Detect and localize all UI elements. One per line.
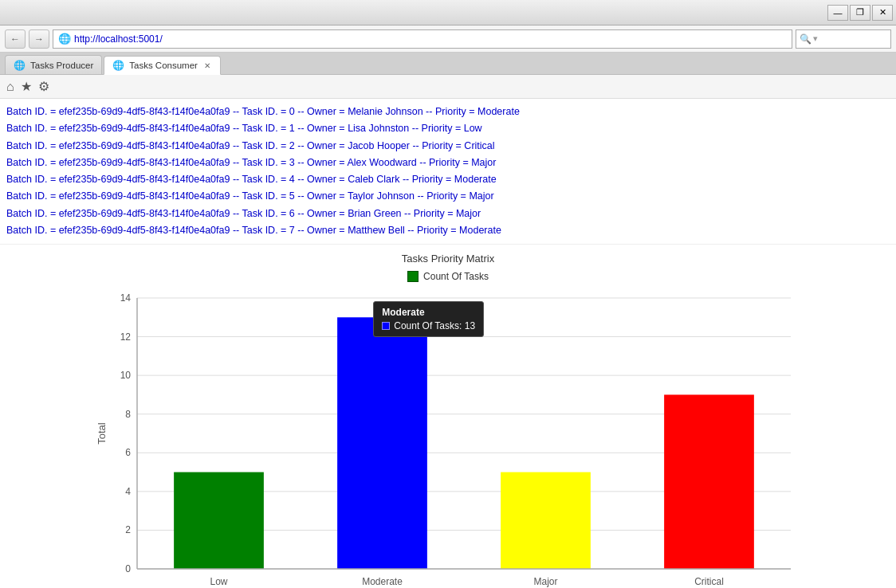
tab-consumer-icon: 🌐 (112, 60, 124, 71)
chart-svg: 02468101214TotalPriorityLowModerateMajor… (89, 290, 807, 588)
tab-producer-label: Tasks Producer (30, 61, 93, 70)
content-area: Batch ID. = efef235b-69d9-4df5-8f43-f14f… (0, 99, 896, 588)
title-bar: — ❐ ✕ (0, 0, 896, 25)
task-line: Batch ID. = efef235b-69d9-4df5-8f43-f14f… (6, 138, 890, 155)
svg-text:2: 2 (125, 524, 131, 535)
tab-producer-icon: 🌐 (14, 60, 26, 71)
chart-legend: Count Of Tasks (407, 271, 489, 282)
bar-critical[interactable] (664, 394, 754, 569)
svg-text:Total: Total (96, 422, 108, 445)
chart-title: Tasks Priority Matrix (402, 253, 494, 265)
home-icon[interactable]: ⌂ (6, 80, 14, 94)
tabs-bar: 🌐 Tasks Producer 🌐 Tasks Consumer ✕ (0, 53, 896, 75)
svg-text:Major: Major (533, 576, 557, 587)
forward-button[interactable]: → (29, 29, 49, 49)
bar-moderate[interactable] (337, 317, 427, 569)
chart-area: 02468101214TotalPriorityLowModerateMajor… (89, 290, 807, 588)
chart-container: Tasks Priority Matrix Count Of Tasks 024… (0, 244, 896, 588)
address-icon: 🌐 (58, 33, 71, 45)
svg-text:14: 14 (120, 292, 132, 304)
back-button[interactable]: ← (5, 29, 26, 49)
address-bar: ← → 🌐 http://localhost:5001/ 🔍 ▾ (0, 25, 896, 53)
settings-icon[interactable]: ⚙ (38, 79, 49, 94)
svg-text:Low: Low (210, 576, 227, 587)
close-button[interactable]: ✕ (872, 5, 893, 21)
legend-color-box (407, 271, 419, 282)
tab-consumer[interactable]: 🌐 Tasks Consumer ✕ (104, 56, 221, 75)
task-log: Batch ID. = efef235b-69d9-4df5-8f43-f14f… (0, 99, 896, 244)
svg-text:8: 8 (125, 409, 131, 420)
search-icon: 🔍 (800, 33, 812, 45)
task-line: Batch ID. = efef235b-69d9-4df5-8f43-f14f… (6, 171, 890, 188)
favorites-icon[interactable]: ★ (21, 79, 32, 94)
svg-text:10: 10 (120, 370, 132, 381)
task-line: Batch ID. = efef235b-69d9-4df5-8f43-f14f… (6, 206, 890, 222)
minimize-button[interactable]: — (827, 5, 848, 21)
tab-close-button[interactable]: ✕ (202, 61, 212, 71)
task-line: Batch ID. = efef235b-69d9-4df5-8f43-f14f… (6, 120, 890, 137)
svg-text:Critical: Critical (694, 576, 724, 587)
window-controls: — ❐ ✕ (827, 5, 893, 21)
task-line: Batch ID. = efef235b-69d9-4df5-8f43-f14f… (6, 222, 890, 239)
search-box[interactable]: 🔍 ▾ (796, 29, 891, 49)
svg-text:4: 4 (125, 486, 131, 497)
svg-text:12: 12 (120, 331, 132, 343)
legend-label: Count Of Tasks (423, 271, 489, 282)
restore-button[interactable]: ❐ (850, 5, 870, 21)
toolbar: ⌂ ★ ⚙ (0, 75, 896, 99)
bar-low[interactable] (174, 472, 264, 569)
task-line: Batch ID. = efef235b-69d9-4df5-8f43-f14f… (6, 104, 890, 120)
task-line: Batch ID. = efef235b-69d9-4df5-8f43-f14f… (6, 188, 890, 205)
address-text: http://localhost:5001/ (74, 33, 787, 45)
svg-text:0: 0 (125, 563, 131, 574)
task-line: Batch ID. = efef235b-69d9-4df5-8f43-f14f… (6, 155, 890, 171)
search-dropdown[interactable]: ▾ (813, 33, 818, 44)
address-input[interactable]: 🌐 http://localhost:5001/ (53, 29, 792, 49)
bar-major[interactable] (501, 472, 591, 569)
svg-text:6: 6 (125, 447, 131, 458)
tab-consumer-label: Tasks Consumer (129, 61, 198, 70)
svg-text:Moderate: Moderate (362, 576, 403, 587)
tab-producer[interactable]: 🌐 Tasks Producer (5, 55, 102, 74)
